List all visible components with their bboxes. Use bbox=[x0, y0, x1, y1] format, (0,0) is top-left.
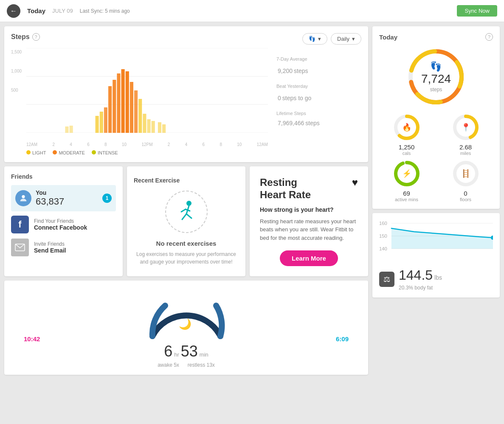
svg-text:🌙: 🌙 bbox=[179, 318, 191, 330]
heart-header: RestingHeart Rate ♥ bbox=[260, 177, 358, 201]
sleep-details: awake 5x restless 13x bbox=[11, 362, 361, 368]
avg-label: 7-Day Average bbox=[276, 56, 361, 62]
y-label-500: 500 bbox=[11, 88, 26, 93]
sleep-start-time: 10:42 bbox=[24, 335, 40, 343]
svg-rect-19 bbox=[70, 126, 73, 133]
sleep-hr-unit: hr bbox=[174, 351, 179, 358]
weight-value-row: 144.5 lbs bbox=[399, 267, 442, 283]
email-icon bbox=[11, 239, 29, 256]
footprint-icon: 👣 bbox=[430, 61, 442, 72]
steps-icon-control[interactable]: 👣 ▾ bbox=[302, 33, 327, 45]
svg-point-24 bbox=[186, 201, 191, 206]
avatar bbox=[15, 190, 31, 206]
sleep-arc-svg: 🌙 bbox=[144, 289, 229, 340]
svg-rect-20 bbox=[147, 119, 151, 133]
sleep-restless: restless 13x bbox=[188, 362, 215, 368]
y-label-1000: 1,000 bbox=[11, 69, 26, 73]
active-metric: ⚡ 69 active mins bbox=[379, 160, 434, 202]
cals-ring: 🔥 bbox=[393, 114, 420, 141]
facebook-text: Find Your Friends Connect Facebook bbox=[34, 218, 87, 231]
connect-facebook: Connect Facebook bbox=[34, 224, 87, 231]
svg-rect-9 bbox=[117, 73, 120, 133]
friend-you-row: You 63,837 1 bbox=[11, 185, 116, 211]
miles-metric: 📍 2.68 miles bbox=[438, 114, 493, 156]
heart-rate-card: RestingHeart Rate ♥ How strong is your h… bbox=[250, 166, 368, 276]
floors-metric: 🪜 0 floors bbox=[438, 160, 493, 202]
svg-line-26 bbox=[182, 214, 186, 219]
period-control[interactable]: Daily ▾ bbox=[331, 33, 361, 45]
learn-more-button[interactable]: Learn More bbox=[280, 250, 338, 266]
friend-info: You 63,837 bbox=[36, 189, 64, 207]
steps-controls: 👣 ▾ Daily ▾ bbox=[302, 33, 361, 45]
sleep-hours: 6 bbox=[164, 343, 172, 360]
back-button[interactable]: ← bbox=[7, 4, 20, 18]
main-grid: Steps ? 👣 ▾ Daily ▾ bbox=[0, 22, 504, 379]
light-dot bbox=[26, 150, 31, 154]
svg-line-28 bbox=[181, 209, 186, 212]
beat-value: 0steps to go bbox=[276, 90, 361, 103]
chevron-down-icon: ▾ bbox=[318, 36, 321, 42]
cals-value: 1,250 bbox=[399, 143, 415, 151]
moderate-dot bbox=[53, 150, 57, 154]
steps-icon: 👣 bbox=[309, 36, 315, 42]
top-bar: ← Today JULY 09 Last Sync: 5 mins ago Sy… bbox=[0, 0, 504, 22]
friends-title: Friends bbox=[11, 173, 116, 180]
sleep-card: 🌙 10:42 6:09 6 hr 53 min awake 5x restle… bbox=[4, 281, 368, 375]
friend-badge[interactable]: 1 bbox=[102, 194, 112, 203]
active-unit: active mins bbox=[395, 197, 418, 202]
sleep-times-row: 10:42 6:09 bbox=[11, 335, 361, 343]
sync-button[interactable]: Sync Now bbox=[457, 5, 497, 17]
chart-with-y: 1,500 1,000 500 bbox=[11, 48, 268, 141]
svg-rect-6 bbox=[104, 107, 107, 133]
steps-help-icon[interactable]: ? bbox=[32, 33, 40, 41]
svg-rect-21 bbox=[152, 121, 155, 133]
facebook-connect-row[interactable]: f Find Your Friends Connect Facebook bbox=[11, 216, 116, 233]
beat-stat: Beat Yesterday 0steps to go bbox=[276, 84, 361, 103]
today-header: Today ? bbox=[379, 33, 493, 41]
cals-metric: 🔥 1,250 cals bbox=[379, 114, 434, 156]
metrics-grid: 🔥 1,250 cals 📍 2.68 miles bbox=[379, 114, 493, 202]
sleep-min-unit: min bbox=[200, 351, 208, 358]
today-card: Today ? 👣 7,724 steps bbox=[372, 26, 500, 209]
svg-line-29 bbox=[186, 209, 190, 211]
today-help-icon[interactable]: ? bbox=[485, 33, 493, 41]
chart-area: 1,500 1,000 500 bbox=[11, 48, 268, 155]
steps-body: 1,500 1,000 500 bbox=[11, 48, 361, 155]
lifetime-stat: Lifetime Steps 7,969,466steps bbox=[276, 111, 361, 128]
avg-value: 9,200steps bbox=[276, 62, 361, 76]
heart-sub: How strong is your heart? bbox=[260, 206, 358, 213]
friend-name: You bbox=[36, 189, 64, 196]
weight-bottom: ⚖ 144.5 lbs 20.3% body fat bbox=[379, 267, 493, 291]
svg-marker-47 bbox=[391, 228, 493, 249]
svg-rect-18 bbox=[65, 126, 68, 133]
svg-rect-5 bbox=[100, 112, 103, 133]
heart-icon: ♥ bbox=[352, 177, 358, 188]
sleep-arc-wrapper: 🌙 10:42 6:09 bbox=[11, 287, 361, 343]
svg-text:160: 160 bbox=[379, 221, 387, 226]
invite-email-row[interactable]: Invite Friends Send Email bbox=[11, 239, 116, 256]
exercise-card: Recent Exercise No recent exercises Log … bbox=[127, 166, 245, 276]
svg-rect-14 bbox=[138, 99, 142, 133]
legend-moderate: MODERATE bbox=[53, 150, 85, 155]
floors-ring: 🪜 bbox=[452, 160, 479, 187]
svg-rect-16 bbox=[158, 122, 161, 133]
steps-ring-unit: steps bbox=[430, 87, 442, 93]
chart-canvas bbox=[26, 48, 268, 141]
svg-rect-11 bbox=[126, 71, 129, 133]
active-value: 69 bbox=[403, 190, 410, 197]
heart-title: RestingHeart Rate bbox=[260, 177, 311, 201]
beat-label: Beat Yesterday bbox=[276, 84, 361, 89]
today-title: Today bbox=[379, 34, 397, 41]
legend-light: LIGHT bbox=[26, 150, 46, 155]
chart-legend: LIGHT MODERATE INTENSE bbox=[26, 150, 268, 155]
sleep-end-time: 6:09 bbox=[336, 335, 349, 343]
weight-card: 160 150 140 ⚖ bbox=[372, 213, 500, 298]
body-fat: 20.3% body fat bbox=[399, 285, 442, 291]
steps-title: Steps bbox=[11, 33, 30, 41]
send-email: Send Email bbox=[34, 247, 66, 254]
avg-stat: 7-Day Average 9,200steps bbox=[276, 56, 361, 76]
location-icon: 📍 bbox=[461, 123, 470, 132]
weight-chart: 160 150 140 bbox=[379, 220, 493, 262]
friends-card: Friends You 63,837 1 f Find Your Friends bbox=[4, 166, 123, 276]
sleep-duration: 6 hr 53 min bbox=[11, 343, 361, 360]
